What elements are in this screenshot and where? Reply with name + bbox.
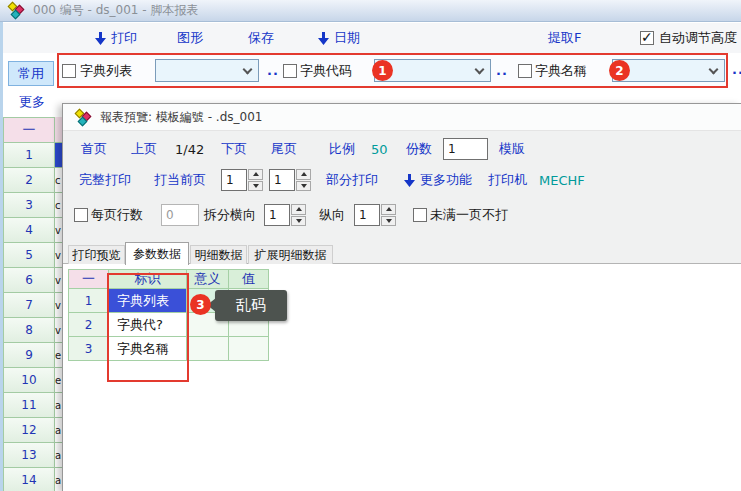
grid-row-number[interactable]: 8 [3,318,55,343]
dict-list-ellipsis-button[interactable]: .. [267,55,279,86]
param-row-number[interactable]: 2 [69,313,109,337]
grid-row-number[interactable]: 3 [3,193,55,218]
param-header-value[interactable]: 值 [229,270,269,289]
copies-input-wrap: 1 [443,137,488,161]
partial-print-button[interactable]: 部分打印 [326,168,378,192]
template-button[interactable]: 模版 [499,137,525,161]
grid-row-number[interactable]: 5 [3,243,55,268]
param-header-meaning[interactable]: 意义 [187,270,229,289]
auto-height-checkbox[interactable]: 自动调节高度 [640,23,737,53]
copies-input[interactable]: 1 [443,138,488,160]
preview-titlebar: 報表預覽: 模板編號 - .ds_001 [63,104,741,131]
skip-partial-checkbox[interactable] [413,203,427,227]
param-meaning-cell[interactable] [187,337,229,361]
preview-nav-row: 首页 上页 1/42 下页 尾页 比例 50 份数 1 模版 [63,137,741,161]
more-functions-button[interactable]: 更多功能 [404,168,472,192]
param-corner-header[interactable]: 一 [69,270,109,289]
param-header-id[interactable]: 标识 [109,270,187,289]
next-page-button[interactable]: 下页 [221,137,247,161]
graph-label: 图形 [177,29,203,47]
split-horizontal-spinner: 1 [264,203,306,227]
printer-name: MECHF [539,168,585,192]
split-horizontal-input[interactable]: 1 [264,204,290,226]
last-page-button[interactable]: 尾页 [271,137,297,161]
param-row-number[interactable]: 1 [69,289,109,313]
param-value-cell[interactable] [229,337,269,361]
extract-button[interactable]: 提取F [548,23,581,53]
param-row-number[interactable]: 3 [69,337,109,361]
dict-code-ellipsis-button[interactable]: .. [496,55,508,86]
tab-extended-detail-data[interactable]: 扩展明细数据 [248,245,333,264]
annotation-rect-param-row: 字典列表 .. 字典代码 1 .. 字典名稱 2 [57,53,728,88]
grid-row-number[interactable]: 11 [3,393,55,418]
dict-list-combobox[interactable] [155,59,259,82]
grid-row-number[interactable]: 7 [3,293,55,318]
dict-code-checkbox[interactable] [283,55,297,86]
print-menu-button[interactable]: 打印 [95,23,137,53]
rows-per-page-input[interactable]: 0 [161,204,199,226]
save-button[interactable]: 保存 [248,23,274,53]
param-table-row: 3 字典名稱 [69,337,269,361]
spin-down-button[interactable] [381,216,396,227]
printer-button[interactable]: 打印机 [488,168,527,192]
grid-row-number[interactable]: 1 [3,143,55,168]
spin-up-button[interactable] [296,169,311,180]
range-to-input[interactable]: 1 [269,169,295,191]
grid-row-number[interactable]: 6 [3,268,55,293]
triangle-down-icon [301,184,307,191]
down-arrow-icon [318,32,329,45]
tab-detail-data[interactable]: 明细数据 [190,245,247,264]
main-window-title: 000 编号 - ds_001 - 脚本报表 [33,2,198,19]
grid-row-number[interactable]: 2 [3,168,55,193]
dict-name-checkbox[interactable] [518,55,532,86]
dict-name-ellipsis-button[interactable]: .. [732,62,741,77]
garbled-text-tooltip: 乱码 [215,290,287,321]
print-menu-label: 打印 [111,29,137,47]
spin-down-button[interactable] [296,181,311,192]
grid-row-number[interactable]: 12 [3,418,55,443]
checkbox-icon [413,208,427,222]
grid-corner-header[interactable]: 一 [3,117,55,143]
checkbox-icon [283,64,297,78]
page-indicator: 1/42 [175,137,204,161]
param-id-cell[interactable]: 字典名稱 [109,337,187,361]
spin-up-button[interactable] [248,169,263,180]
app-diamond-icon [74,109,94,126]
nav-more-button[interactable]: 更多 [12,91,52,112]
param-tab-content: 一 标识 意义 值 1 字典列表 2 字典代? [63,264,741,491]
extract-label: 提取F [548,29,581,47]
date-menu-label: 日期 [334,29,360,47]
tab-print-preview[interactable]: 打印预览 [68,245,125,264]
spin-down-button[interactable] [248,181,263,192]
grid-row-number[interactable]: 14 [3,468,55,491]
rows-per-page-checkbox[interactable] [74,203,88,227]
range-from-spinner: 1 [221,168,263,192]
grid-row-number[interactable]: 13 [3,443,55,468]
tab-param-data[interactable]: 参数数据 [125,242,189,265]
vertical-input[interactable]: 1 [354,204,380,226]
grid-row-number[interactable]: 10 [3,368,55,393]
checkbox-icon [518,64,532,78]
param-id-cell[interactable]: 字典代? [109,313,187,337]
rows-per-page-label: 每页行数 [91,203,143,227]
spin-up-button[interactable] [291,204,306,215]
scale-button[interactable]: 比例 [329,137,355,161]
full-print-button[interactable]: 完整打印 [79,168,131,192]
triangle-up-icon [301,169,307,176]
param-id-cell-selected[interactable]: 字典列表 [109,289,187,313]
prev-page-button[interactable]: 上页 [131,137,157,161]
date-menu-button[interactable]: 日期 [318,23,360,53]
triangle-down-icon [296,219,302,226]
spin-up-button[interactable] [381,204,396,215]
range-from-input[interactable]: 1 [221,169,247,191]
grid-row-number[interactable]: 9 [3,343,55,368]
first-page-button[interactable]: 首页 [81,137,107,161]
graph-button[interactable]: 图形 [177,23,203,53]
nav-common-button[interactable]: 常用 [8,61,54,86]
print-current-button[interactable]: 打当前页 [154,168,206,192]
grid-row-number[interactable]: 4 [3,218,55,243]
dict-list-checkbox[interactable] [62,55,76,86]
spin-down-button[interactable] [291,216,306,227]
app-root: 000 编号 - ds_001 - 脚本报表 打印 图形 保存 日期 提取F 自… [0,0,741,491]
vertical-spinner: 1 [354,203,396,227]
